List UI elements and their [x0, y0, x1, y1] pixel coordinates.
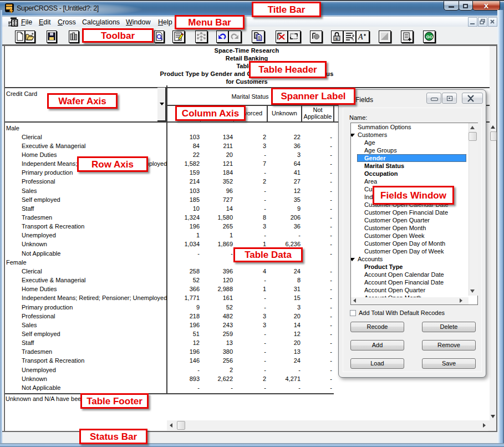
svg-text:S: S — [335, 37, 338, 40]
svg-text:A: A — [358, 33, 363, 41]
svg-text:GO: GO — [426, 34, 433, 39]
